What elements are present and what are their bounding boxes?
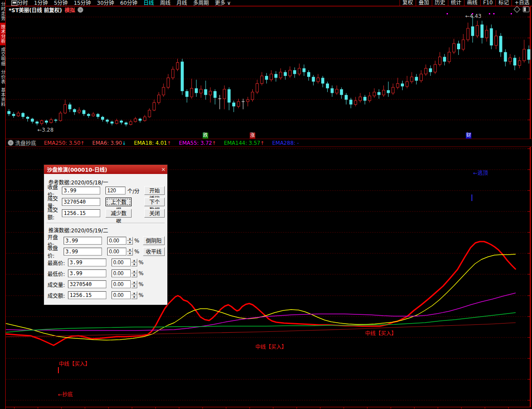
divider bbox=[47, 223, 165, 224]
percent-stepper: ▲▼ bbox=[107, 248, 133, 256]
spin-down-icon[interactable]: ▼ bbox=[127, 241, 133, 245]
sim-input-最高价[interactable] bbox=[68, 259, 106, 266]
percent-input[interactable] bbox=[107, 237, 126, 245]
mid-cell: 个/分 bbox=[105, 187, 144, 194]
next-data-button[interactable]: 下个数据 bbox=[144, 198, 165, 206]
chevron-down-circle-icon[interactable]: ⌄ bbox=[78, 7, 83, 13]
speed-input[interactable] bbox=[105, 187, 125, 194]
sandbox-simulation-dialog: 沙盘推演(000010-日线) ✕ 参考数据:2020/05/18/一 收盘价:… bbox=[44, 164, 168, 305]
percent-input[interactable] bbox=[107, 248, 126, 256]
menu-item-30分钟[interactable]: 30分钟 bbox=[97, 0, 114, 6]
menu-item-标记[interactable]: 标记 bbox=[495, 0, 512, 6]
percent-input[interactable] bbox=[112, 280, 131, 288]
sidebar-tab-成交明细[interactable]: 成交明细 bbox=[0, 45, 5, 68]
prev-data-button[interactable]: 上个数据 bbox=[105, 198, 132, 206]
tools-menu: 复权叠加历史统计画线F10标记+自选 bbox=[400, 0, 532, 6]
period-menu: 分时1分钟5分钟15分钟30分钟60分钟日线周线月线多周期更多 ∨ bbox=[17, 0, 400, 6]
ref-input-成交额[interactable] bbox=[62, 209, 100, 217]
menu-item-F10[interactable]: F10 bbox=[480, 0, 495, 6]
ref-row-收盘价: 收盘价:个/分开始播放 bbox=[47, 186, 165, 195]
sim-row-最低价: 最低价:▲▼% bbox=[47, 269, 165, 278]
menu-item-+自选[interactable]: +自选 bbox=[512, 0, 532, 6]
percent-input[interactable] bbox=[112, 259, 131, 266]
menu-item-1分钟[interactable]: 1分钟 bbox=[34, 0, 48, 6]
sim-input-最低价[interactable] bbox=[68, 269, 106, 277]
ema-value-EMA18: EMA18: 4.01↑ bbox=[134, 140, 171, 146]
indicator-header: ⌄ 洗盘抄底 EMA250: 3.50↑EMA6: 3.90↓EMA18: 4.… bbox=[5, 139, 532, 147]
spin-up-icon[interactable]: ▲ bbox=[131, 280, 137, 284]
spin-down-icon[interactable]: ▼ bbox=[131, 295, 137, 299]
spin-up-icon[interactable]: ▲ bbox=[131, 259, 137, 262]
layout-grid-icon[interactable] bbox=[11, 0, 17, 6]
mid-cell: 减少数据 bbox=[105, 209, 144, 218]
simulation-badge: 模拟 bbox=[64, 6, 75, 14]
sim-row-成交额: 成交额:▲▼% bbox=[47, 291, 165, 300]
dialog-title: 沙盘推演(000010-日线) bbox=[47, 166, 107, 173]
bottom-fishing-label: ←抄底 bbox=[58, 390, 73, 398]
menu-item-更多[interactable]: 更多 ∨ bbox=[215, 0, 231, 6]
percent-sign: % bbox=[134, 238, 139, 244]
ref-row-成交量: 成交量:上个数据下个数据 bbox=[47, 198, 165, 206]
menu-item-画线[interactable]: 画线 bbox=[464, 0, 480, 6]
menu-item-15分钟[interactable]: 15分钟 bbox=[74, 0, 91, 6]
indicator-name[interactable]: ⌄ 洗盘抄底 bbox=[8, 139, 36, 147]
mid-cell: 上个数据 bbox=[105, 198, 144, 206]
spin-down-icon[interactable]: ▼ bbox=[131, 273, 137, 277]
percent-stepper: ▲▼ bbox=[112, 291, 137, 299]
spin-up-icon[interactable]: ▲ bbox=[127, 248, 133, 252]
percent-stepper: ▲▼ bbox=[112, 280, 137, 288]
invert-candle-button[interactable]: 倒阴阳 bbox=[143, 236, 165, 245]
ref-input-收盘价[interactable] bbox=[62, 187, 100, 194]
percent-stepper: ▲▼ bbox=[107, 237, 133, 245]
spin-up-icon[interactable]: ▲ bbox=[131, 291, 137, 295]
ref-row-成交额: 成交额:减少数据关闭 bbox=[47, 209, 165, 218]
percent-input[interactable] bbox=[112, 269, 131, 277]
sidebar-tab-技术分析[interactable]: 技术分析 bbox=[0, 23, 5, 45]
sidebar-tab-分价表[interactable]: 分价表 bbox=[0, 68, 5, 86]
split-panes-icon[interactable] bbox=[523, 7, 529, 12]
sim-row-收盘价: 收盘价:▲▼%收平线 bbox=[47, 247, 165, 256]
spin-down-icon[interactable]: ▼ bbox=[131, 284, 137, 288]
menu-item-统计[interactable]: 统计 bbox=[448, 0, 464, 6]
simulation-data-header: 推演数据:2020/05/19/二 bbox=[48, 226, 108, 234]
stepper-arrows: ▲▼ bbox=[131, 280, 137, 288]
close-icon[interactable]: ✕ bbox=[159, 167, 167, 173]
stepper-arrows: ▲▼ bbox=[131, 291, 137, 299]
percent-sign: % bbox=[139, 270, 143, 276]
spin-down-icon[interactable]: ▼ bbox=[127, 252, 133, 256]
menu-item-分时[interactable]: 分时 bbox=[17, 0, 28, 6]
menu-item-周线[interactable]: 周线 bbox=[160, 0, 170, 6]
menu-item-5分钟[interactable]: 5分钟 bbox=[54, 0, 68, 6]
menu-item-日线[interactable]: 日线 bbox=[143, 0, 154, 6]
play-button[interactable]: 开始播放 bbox=[144, 186, 165, 195]
left-sidebar: 分时走势技术分析成交明细分价表基本资料 bbox=[0, 0, 6, 409]
spin-up-icon[interactable]: ▲ bbox=[131, 269, 137, 273]
field-label: 最高价: bbox=[47, 259, 68, 266]
menu-item-叠加[interactable]: 叠加 bbox=[416, 0, 432, 6]
sim-input-成交量[interactable] bbox=[68, 280, 106, 288]
sim-input-收盘价[interactable] bbox=[64, 248, 102, 256]
sim-input-开盘价[interactable] bbox=[64, 237, 102, 245]
menu-item-60分钟[interactable]: 60分钟 bbox=[120, 0, 137, 6]
field-label: 成交额: bbox=[47, 292, 68, 299]
ref-input-成交量[interactable] bbox=[62, 198, 100, 206]
event-badge-跌[interactable]: 跌 bbox=[203, 133, 208, 139]
event-badge-财[interactable]: 财 bbox=[466, 133, 471, 139]
spin-up-icon[interactable]: ▲ bbox=[127, 237, 133, 241]
menu-item-多周期[interactable]: 多周期 bbox=[193, 0, 209, 6]
close-button[interactable]: 关闭 bbox=[144, 209, 165, 218]
spin-down-icon[interactable]: ▼ bbox=[131, 262, 137, 266]
diamond-icon[interactable] bbox=[514, 6, 521, 13]
percent-input[interactable] bbox=[112, 291, 131, 299]
chevron-down-circle-icon[interactable]: ⌄ bbox=[8, 140, 14, 146]
menu-item-月线[interactable]: 月线 bbox=[176, 0, 187, 6]
menu-item-复权[interactable]: 复权 bbox=[400, 0, 416, 6]
sidebar-tab-基本资料[interactable]: 基本资料 bbox=[0, 86, 5, 109]
menu-item-历史[interactable]: 历史 bbox=[432, 0, 448, 6]
sidebar-tab-分时走势[interactable]: 分时走势 bbox=[0, 0, 5, 23]
dialog-title-bar[interactable]: 沙盘推演(000010-日线) ✕ bbox=[44, 165, 167, 174]
sim-input-成交额[interactable] bbox=[68, 291, 106, 299]
flat-close-button[interactable]: 收平线 bbox=[143, 247, 165, 256]
event-badge-涨[interactable]: 涨 bbox=[250, 133, 255, 139]
reduce-data-button[interactable]: 减少数据 bbox=[105, 209, 132, 218]
